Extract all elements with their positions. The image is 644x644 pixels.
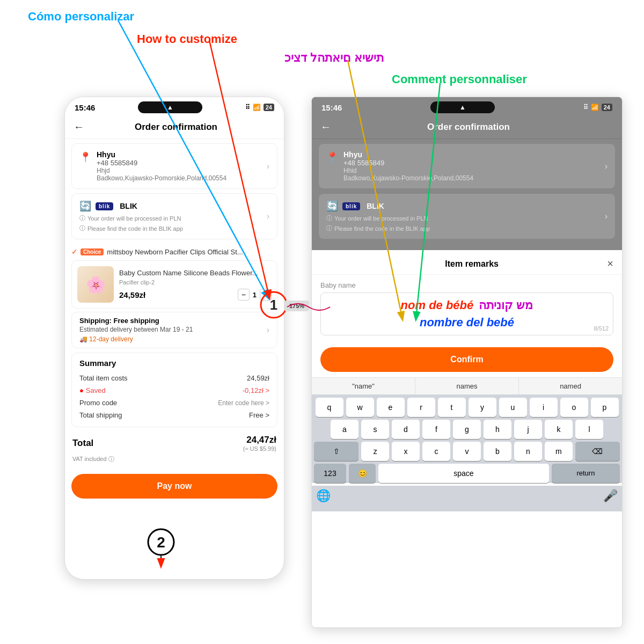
autocomplete-bar: "name" names named	[312, 377, 622, 394]
summary-row-items: Total item costs 24,59zł	[79, 372, 269, 384]
qty-num-left: 1	[253, 291, 257, 299]
summary-promo-value: Enter code here >	[218, 399, 269, 407]
key-b[interactable]: b	[484, 442, 511, 461]
key-u[interactable]: u	[499, 398, 527, 417]
qty-minus-left[interactable]: −	[238, 289, 250, 301]
key-e[interactable]: e	[377, 398, 405, 417]
key-r[interactable]: r	[407, 398, 435, 417]
summary-row-promo[interactable]: Promo code Enter code here >	[79, 397, 269, 409]
address-card-left[interactable]: 📍 Hhyu +48 5585849 Hhjd Badkowo,Kujawsko…	[71, 143, 277, 189]
key-h[interactable]: h	[484, 420, 511, 439]
key-s[interactable]: s	[361, 420, 389, 439]
vat-row: VAT included ⓘ	[72, 455, 276, 465]
summary-saved-label: ● Saved	[79, 386, 106, 394]
key-j[interactable]: j	[514, 420, 542, 439]
product-variant-left: Pacifier clip-2	[119, 279, 272, 286]
key-c[interactable]: c	[422, 442, 450, 461]
key-y[interactable]: y	[469, 398, 496, 417]
key-k[interactable]: k	[545, 420, 573, 439]
back-btn-left[interactable]: ←	[74, 121, 84, 133]
remarks-close-btn[interactable]: ×	[607, 258, 613, 270]
key-row-2: a s d f g h j k l	[314, 420, 620, 439]
remarks-panel: Item remarks × Baby name nom de bébé מש …	[312, 250, 622, 511]
product-image-left: 🌸	[77, 266, 114, 303]
nav-right: ← Order confirmation	[312, 115, 622, 139]
qty-plus-left[interactable]: +	[260, 289, 272, 301]
autocomplete-name[interactable]: "name"	[312, 378, 415, 394]
key-p[interactable]: p	[591, 398, 619, 417]
key-q[interactable]: q	[316, 398, 343, 417]
summary-section-left: Summary Total item costs 24,59zł ● Saved…	[71, 353, 277, 427]
payment-icon-left: 🔄	[79, 200, 91, 212]
wifi-icon: 📶	[253, 104, 261, 111]
payment-note2-right: ⓘ Please find the code in the BLIK app	[326, 224, 608, 232]
store-name-left: mittsboy Newborn Pacifier Clips Official…	[107, 248, 243, 256]
key-return[interactable]: return	[552, 464, 620, 483]
choice-badge-left: Choice	[80, 248, 104, 255]
right-dark-section: 15:46 ▲ ⠿ 📶 24 ← Order confirmation 📍 Hh…	[312, 97, 622, 250]
payment-card-left[interactable]: 🔄 blik BLIK › ⓘ Your order will be proce…	[71, 193, 277, 239]
key-m[interactable]: m	[545, 442, 573, 461]
total-value: 24,47zł	[243, 435, 276, 445]
lang-fr: nom de bébé	[401, 298, 474, 312]
key-o[interactable]: o	[560, 398, 588, 417]
status-time-left: 15:46	[75, 103, 95, 112]
key-d[interactable]: d	[392, 420, 420, 439]
back-btn-right[interactable]: ←	[320, 121, 331, 133]
key-z[interactable]: z	[361, 442, 389, 461]
address-phone-right: +48 5585849	[343, 159, 608, 167]
status-icons-left: ⠿ 📶 24	[245, 104, 274, 111]
shipping-est-left: Estimated delivery between Mar 19 - 21	[79, 326, 269, 333]
key-v[interactable]: v	[453, 442, 481, 461]
notch-right: ▲	[430, 101, 495, 113]
key-w[interactable]: w	[346, 398, 374, 417]
address-phone-left: +48 5585849	[97, 159, 269, 167]
annotation-comment: Comment personnaliser	[392, 72, 527, 86]
key-g[interactable]: g	[453, 420, 481, 439]
notch-left: ▲	[138, 101, 202, 113]
char-count: 8/512	[594, 325, 609, 332]
shipping-badge-left: 🚚 12-day delivery	[79, 335, 133, 343]
qty-control-left: − 1 +	[238, 289, 272, 301]
total-usd: (≈ US $5.99)	[243, 445, 276, 452]
mic-icon[interactable]: 🎤	[603, 489, 618, 503]
key-l[interactable]: l	[575, 420, 603, 439]
address-card-right[interactable]: 📍 Hhyu +48 5585849 Hhid Badkowo,Kujawsko…	[318, 143, 616, 189]
product-price-left: 24,59zł	[119, 290, 145, 299]
status-bar-right: 15:46 ▲ ⠿ 📶 24	[312, 97, 622, 115]
remarks-field[interactable]: nom de bébé מש קוניתה nombre del bebé 8/…	[320, 292, 613, 335]
pay-now-btn[interactable]: Pay now	[71, 474, 277, 499]
key-shift[interactable]: ⇧	[314, 442, 358, 461]
key-f[interactable]: f	[422, 420, 450, 439]
globe-icon[interactable]: 🌐	[316, 489, 331, 503]
payment-label-left: BLIK	[120, 202, 137, 210]
total-section: Total 24,47zł (≈ US $5.99) VAT included …	[71, 431, 277, 465]
key-row-4: 123 😊 space return	[314, 464, 620, 483]
product-card-left: 🌸 Baby Custom Name Silicone Beads Flower…	[71, 260, 277, 309]
info-icon1-r: ⓘ	[326, 214, 332, 222]
autocomplete-names[interactable]: names	[415, 378, 519, 394]
key-space[interactable]: space	[378, 464, 549, 483]
key-x[interactable]: x	[392, 442, 420, 461]
payment-card-right[interactable]: 🔄 blik BLIK › ⓘ Your order will be proce…	[318, 193, 616, 239]
info-icon2-left: ⓘ	[79, 224, 85, 232]
key-a[interactable]: a	[331, 420, 358, 439]
nav-title-right: Order confirmation	[336, 122, 601, 133]
wifi-icon-r: 📶	[591, 104, 599, 111]
key-emoji[interactable]: 😊	[349, 464, 376, 483]
signal-icon: ⠿	[245, 104, 250, 111]
key-backspace[interactable]: ⌫	[575, 442, 620, 461]
shipping-card-left[interactable]: Shipping: Free shipping Estimated delive…	[71, 312, 277, 348]
key-n[interactable]: n	[514, 442, 542, 461]
summary-promo-label: Promo code	[79, 399, 117, 407]
key-i[interactable]: i	[530, 398, 558, 417]
autocomplete-named[interactable]: named	[519, 378, 622, 394]
payment-chevron-left: ›	[267, 211, 269, 221]
key-123[interactable]: 123	[314, 464, 346, 483]
confirm-btn[interactable]: Confirm	[320, 347, 613, 372]
nav-left: ← Order confirmation	[65, 115, 284, 139]
key-t[interactable]: t	[438, 398, 466, 417]
annotation-how: How to customize	[137, 32, 237, 46]
address-line2-left: Hhjd	[97, 167, 269, 174]
shipping-title-left: Shipping: Free shipping	[79, 317, 269, 325]
